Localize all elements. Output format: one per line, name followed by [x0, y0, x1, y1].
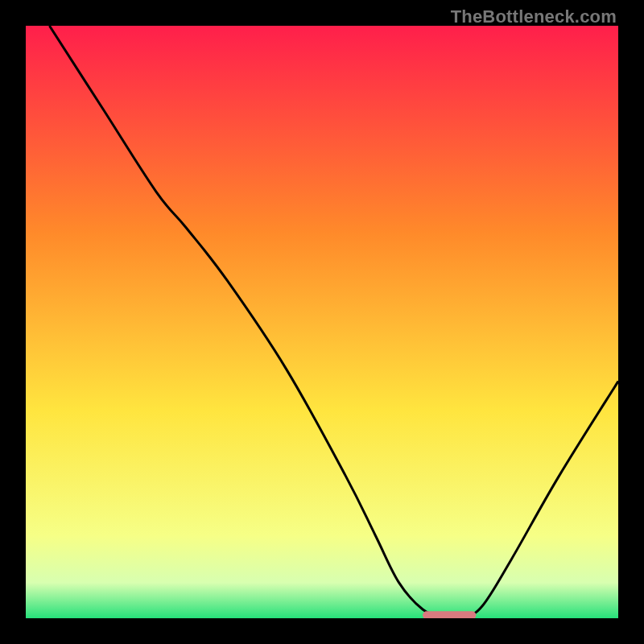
optimum-marker [423, 611, 476, 618]
bottleneck-chart [26, 26, 618, 618]
plot-area [26, 26, 618, 618]
watermark-text: TheBottleneck.com [451, 6, 617, 27]
